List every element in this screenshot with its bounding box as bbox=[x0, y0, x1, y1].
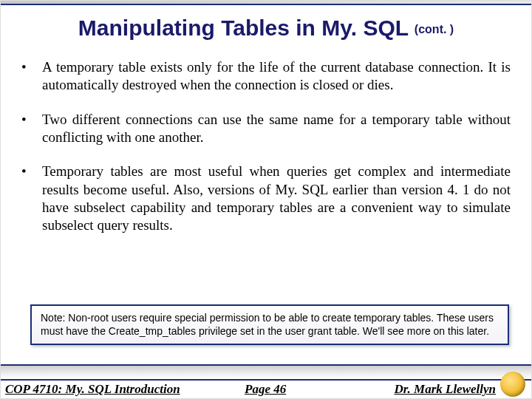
title-main: Manipulating Tables in My. SQL bbox=[78, 16, 415, 40]
footer-band bbox=[1, 364, 531, 381]
bullet-item: • Temporary tables are most useful when … bbox=[21, 163, 511, 234]
footer-course: COP 4710: My. SQL Introduction bbox=[1, 382, 199, 397]
title-suffix: (cont. ) bbox=[415, 23, 454, 35]
bullet-marker: • bbox=[21, 163, 42, 234]
bullet-item: • Two different connections can use the … bbox=[21, 111, 511, 147]
bullet-text: Temporary tables are most useful when qu… bbox=[42, 163, 511, 234]
institution-logo bbox=[500, 372, 525, 397]
slide-footer: COP 4710: My. SQL Introduction Page 46 D… bbox=[1, 364, 531, 398]
slide-title: Manipulating Tables in My. SQL (cont. ) bbox=[1, 16, 531, 41]
note-box: Note: Non-root users require special per… bbox=[30, 304, 509, 345]
bullet-text: Two different connections can use the sa… bbox=[42, 111, 511, 147]
bullet-marker: • bbox=[21, 111, 42, 147]
bullet-text: A temporary table exists only for the li… bbox=[42, 58, 511, 95]
slide: Manipulating Tables in My. SQL (cont. ) … bbox=[0, 0, 532, 399]
footer-page: Page 46 bbox=[199, 382, 332, 397]
slide-body: • A temporary table exists only for the … bbox=[21, 58, 511, 251]
note-text: Note: Non-root users require special per… bbox=[41, 312, 494, 337]
bullet-item: • A temporary table exists only for the … bbox=[21, 58, 511, 95]
footer-row: COP 4710: My. SQL Introduction Page 46 D… bbox=[1, 381, 531, 398]
bullet-marker: • bbox=[21, 58, 42, 95]
top-border-bar bbox=[1, 1, 531, 5]
